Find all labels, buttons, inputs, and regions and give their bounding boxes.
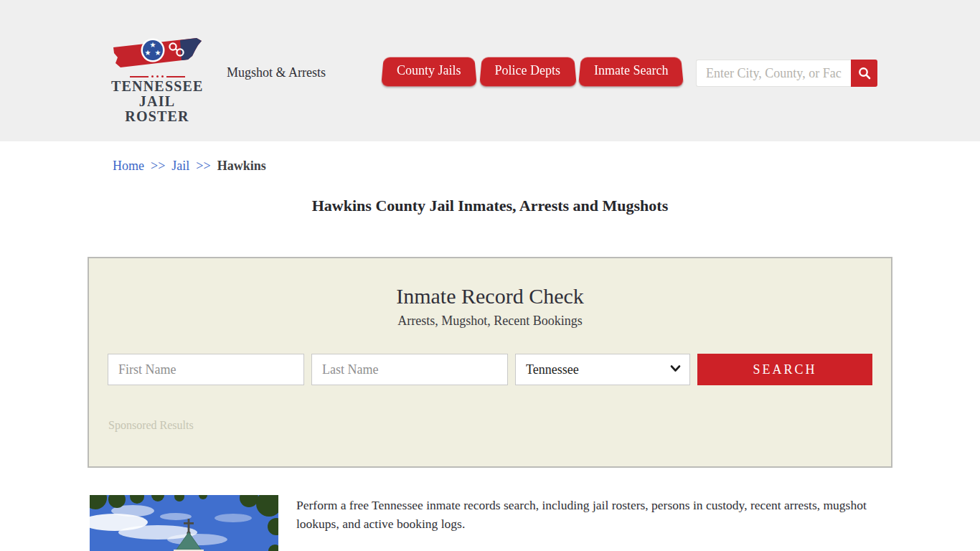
state-select[interactable]: Tennessee [515, 354, 690, 385]
logo-text-line2: JAIL ROSTER [111, 94, 203, 124]
search-button[interactable]: SEARCH [697, 354, 872, 385]
page-title: Hawkins County Jail Inmates, Arrests and… [0, 197, 980, 215]
inmate-record-check-panel: Inmate Record Check Arrests, Mugshot, Re… [88, 257, 892, 468]
record-check-form: Tennessee SEARCH [108, 354, 872, 385]
breadcrumb-separator: >> [196, 159, 210, 173]
logo-text-line1: TENNESSEE [111, 79, 203, 94]
intro-text: Perform a free Tennessee inmate records … [296, 496, 894, 551]
site-tagline: Mugshot & Arrests [227, 65, 326, 80]
site-logo[interactable]: ★ ★ ★ TENNESSEE JAIL ROSTER [111, 36, 203, 124]
page: ★ ★ ★ TENNESSEE JAIL ROSTER Mugshot & Ar… [0, 0, 980, 551]
sponsored-results-label: Sponsored Results [108, 419, 194, 432]
site-header: ★ ★ ★ TENNESSEE JAIL ROSTER Mugshot & Ar… [0, 0, 980, 141]
nav-police-depts[interactable]: Police Depts [481, 57, 575, 86]
logo-divider [111, 75, 203, 77]
svg-text:★: ★ [155, 49, 161, 57]
breadcrumb-current: Hawkins [217, 159, 266, 173]
panel-subtitle: Arrests, Mugshot, Recent Bookings [89, 314, 891, 329]
breadcrumb: Home>>Jail>>Hawkins [113, 159, 266, 174]
breadcrumb-separator: >> [151, 159, 165, 173]
header-search-input[interactable] [696, 60, 851, 87]
state-select-wrap: Tennessee [515, 354, 690, 385]
intro-paragraph-1: Perform a free Tennessee inmate records … [296, 496, 894, 534]
jail-photo [90, 495, 278, 551]
panel-title: Inmate Record Check [89, 284, 891, 309]
svg-text:★: ★ [145, 49, 151, 57]
intro-paragraph-2: The Hawkins County Jail is a minimum to … [296, 547, 894, 551]
breadcrumb-home-link[interactable]: Home [113, 159, 144, 173]
svg-text:★: ★ [150, 41, 156, 49]
nav-inmate-search[interactable]: Inmate Search [580, 57, 682, 86]
first-name-field[interactable] [108, 354, 304, 385]
header-search [696, 60, 877, 87]
header-search-button[interactable] [851, 60, 877, 87]
tennessee-state-logo-icon: ★ ★ ★ [112, 36, 202, 70]
nav-county-jails[interactable]: County Jails [382, 57, 476, 86]
search-icon [857, 66, 872, 80]
main-nav: County Jails Police Depts Inmate Search [382, 57, 682, 86]
breadcrumb-jail-link[interactable]: Jail [171, 159, 189, 173]
last-name-field[interactable] [311, 354, 508, 385]
